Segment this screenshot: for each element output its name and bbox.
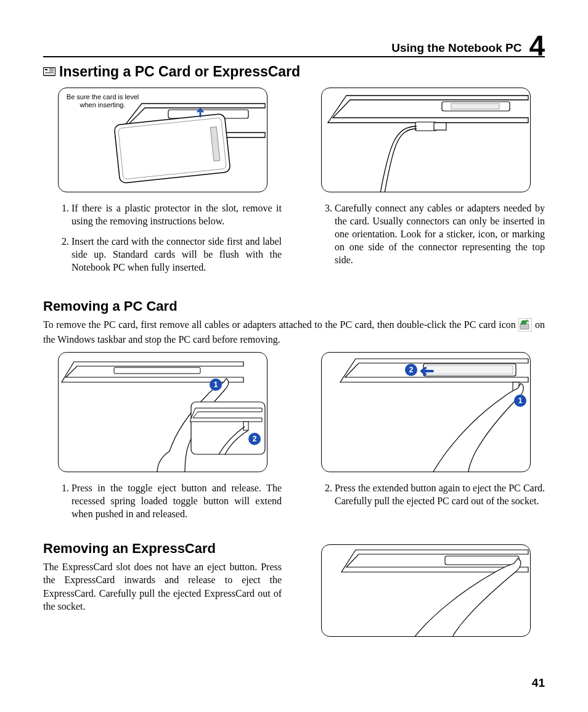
figure-eject-pull: 1 2 — [321, 352, 531, 472]
header-title: Using the Notebook PC — [391, 41, 521, 55]
chapter-number: 4 — [529, 33, 545, 59]
svg-text:2: 2 — [252, 435, 256, 443]
remove-steps-right: Press the extended button again to eject… — [306, 482, 545, 508]
insert-col-right: Carefully connect any cables or adapters… — [306, 88, 545, 281]
section-heading-inserting: Inserting a PC Card or ExpressCard — [43, 63, 545, 80]
svg-rect-14 — [520, 324, 529, 329]
section-heading-removing-pc: Removing a PC Card — [43, 298, 545, 314]
svg-text:1: 1 — [213, 380, 218, 389]
insert-col-left: Be sure the card is level when inserting… — [43, 88, 282, 281]
expresscard-row: Removing an ExpressCard The ExpressCard … — [43, 533, 545, 647]
figure-note: Be sure the card is level when inserting… — [66, 93, 140, 108]
intro-text-a: To remove the PC card, first remove all … — [43, 319, 518, 330]
svg-rect-7 — [118, 118, 226, 179]
page-number: 41 — [532, 676, 545, 690]
svg-rect-15 — [114, 367, 200, 374]
page-header: Using the Notebook PC 4 — [43, 30, 545, 57]
svg-rect-10 — [451, 104, 499, 109]
svg-rect-29 — [445, 556, 519, 565]
section-heading-removing-express: Removing an ExpressCard — [43, 541, 282, 557]
section-heading-text: Inserting a PC Card or ExpressCard — [59, 63, 300, 80]
expresscard-text-col: Removing an ExpressCard The ExpressCard … — [43, 533, 282, 647]
figure-eject-press: 1 2 — [58, 352, 267, 472]
remove-col-right: 1 2 Press the extended button again to e… — [306, 352, 545, 528]
list-item: Press the extended button again to eject… — [335, 482, 545, 508]
pc-card-icon — [43, 67, 55, 77]
list-item: Press in the toggle eject button and rel… — [71, 482, 282, 520]
insert-row: Be sure the card is level when inserting… — [43, 88, 545, 281]
list-item: If there is a plastic protector in the s… — [71, 202, 282, 228]
expresscard-fig-col — [306, 533, 545, 647]
list-item: Carefully connect any cables or adapters… — [335, 202, 545, 266]
expresscard-body: The ExpressCard slot does not have an ej… — [43, 560, 282, 613]
figure-insert-card: Be sure the card is level when inserting… — [58, 88, 267, 192]
svg-rect-1 — [45, 69, 47, 70]
removing-intro: To remove the PC card, first remove all … — [43, 318, 545, 346]
svg-rect-11 — [415, 122, 436, 131]
figure-connect-cable — [321, 88, 531, 192]
insert-steps-right: Carefully connect any cables or adapters… — [306, 202, 545, 266]
remove-col-left: 1 2 Press in the toggle eject — [43, 352, 282, 528]
svg-rect-19 — [243, 422, 248, 430]
remove-row: 1 2 Press in the toggle eject — [43, 352, 545, 528]
list-item: Insert the card with the connector side … — [71, 235, 282, 274]
svg-text:2: 2 — [409, 366, 413, 374]
taskbar-pc-card-icon — [518, 318, 532, 332]
svg-rect-0 — [44, 67, 55, 75]
svg-text:1: 1 — [518, 396, 522, 405]
svg-rect-12 — [434, 123, 446, 130]
remove-steps-left: Press in the toggle eject button and rel… — [43, 482, 282, 520]
figure-expresscard-eject — [321, 544, 531, 637]
svg-rect-23 — [427, 366, 513, 374]
insert-steps-left: If there is a plastic protector in the s… — [43, 202, 282, 274]
